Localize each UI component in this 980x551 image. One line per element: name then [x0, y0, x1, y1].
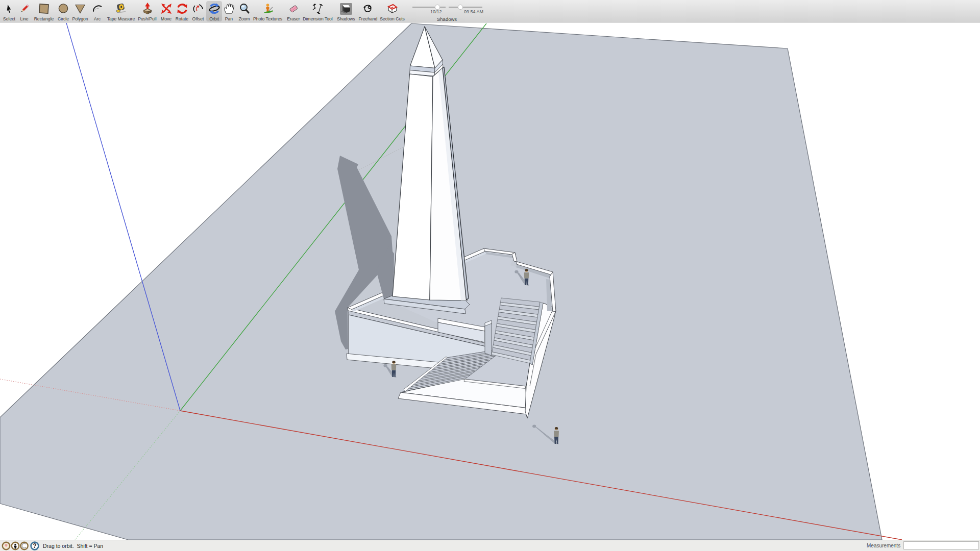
svg-text:?: ?: [33, 542, 36, 549]
